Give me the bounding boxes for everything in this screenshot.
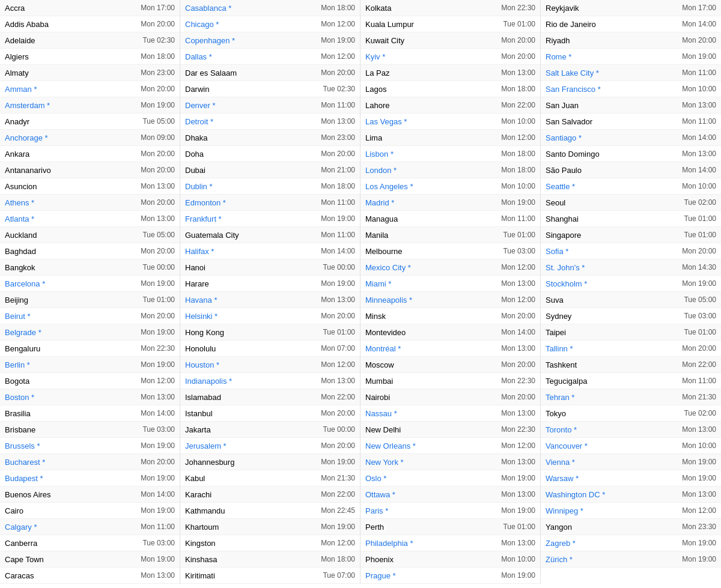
city-name[interactable]: London * bbox=[365, 166, 397, 175]
city-name[interactable]: Tallinn * bbox=[546, 344, 573, 353]
city-name[interactable]: New Orleans * bbox=[365, 441, 416, 450]
city-time: Mon 12:00 bbox=[321, 360, 355, 369]
city-name[interactable]: Houston * bbox=[185, 360, 219, 369]
city-name[interactable]: Jerusalem * bbox=[185, 441, 227, 450]
city-name[interactable]: Berlin * bbox=[5, 360, 30, 369]
city-name[interactable]: Washington DC * bbox=[546, 490, 605, 499]
city-name[interactable]: Budapest * bbox=[5, 474, 43, 483]
table-row: BeijingTue 01:00 bbox=[0, 292, 180, 308]
city-name[interactable]: Halifax * bbox=[185, 247, 214, 256]
city-name: Singapore bbox=[546, 231, 581, 240]
table-row: St. John's *Mon 14:30 bbox=[541, 259, 721, 276]
city-time: Mon 19:00 bbox=[682, 539, 716, 547]
city-name[interactable]: Stockholm * bbox=[546, 279, 587, 288]
city-name[interactable]: Amsterdam * bbox=[5, 101, 50, 110]
city-time: Mon 19:00 bbox=[682, 52, 716, 61]
city-name[interactable]: Montréal * bbox=[365, 344, 401, 353]
city-name[interactable]: Prague * bbox=[365, 571, 396, 580]
city-name[interactable]: Santiago * bbox=[546, 133, 582, 142]
city-name[interactable]: Minneapolis * bbox=[365, 296, 412, 305]
table-row: KiritimatiTue 07:00 bbox=[180, 568, 360, 584]
city-name: Perth bbox=[365, 523, 384, 532]
city-name[interactable]: Anchorage * bbox=[5, 133, 48, 142]
city-name[interactable]: Boston * bbox=[5, 393, 34, 402]
city-name[interactable]: San Francisco * bbox=[546, 85, 601, 94]
city-name[interactable]: Vancouver * bbox=[546, 441, 588, 450]
city-name[interactable]: Winnipeg * bbox=[546, 506, 583, 515]
city-name[interactable]: Miami * bbox=[365, 279, 391, 288]
city-name[interactable]: Rome * bbox=[546, 52, 571, 61]
table-row: Hong KongTue 01:00 bbox=[180, 324, 360, 341]
city-name[interactable]: Lisbon * bbox=[365, 150, 394, 159]
city-name[interactable]: Nassau * bbox=[365, 409, 397, 418]
city-name[interactable]: Toronto * bbox=[546, 425, 577, 434]
city-name[interactable]: Barcelona * bbox=[5, 279, 45, 288]
city-name: Lima bbox=[365, 133, 382, 142]
table-row: La PazMon 13:00 bbox=[360, 65, 540, 81]
city-name[interactable]: Athens * bbox=[5, 198, 34, 207]
city-name[interactable]: Dallas * bbox=[185, 52, 212, 61]
city-name[interactable]: Ottawa * bbox=[365, 490, 395, 499]
column-3: KolkataMon 22:30Kuala LumpurTue 01:00Kuw… bbox=[360, 0, 541, 584]
city-name[interactable]: Edmonton * bbox=[185, 198, 226, 207]
city-name: Asuncion bbox=[5, 182, 37, 191]
city-time: Mon 12:00 bbox=[501, 263, 535, 271]
city-time: Mon 19:00 bbox=[501, 506, 535, 515]
city-name[interactable]: Las Vegas * bbox=[365, 117, 407, 126]
city-name[interactable]: Seattle * bbox=[546, 182, 575, 191]
city-name[interactable]: Dublin * bbox=[185, 182, 213, 191]
city-name[interactable]: Madrid * bbox=[365, 198, 394, 207]
city-name[interactable]: Mexico City * bbox=[365, 263, 411, 272]
table-row: Guatemala CityMon 11:00 bbox=[180, 227, 360, 243]
city-name[interactable]: Casablanca * bbox=[185, 4, 231, 13]
city-name[interactable]: Oslo * bbox=[365, 474, 386, 483]
city-name[interactable]: Bucharest * bbox=[5, 458, 45, 467]
city-name[interactable]: Calgary * bbox=[5, 523, 37, 532]
city-name[interactable]: Paris * bbox=[365, 506, 388, 515]
city-time: Tue 01:00 bbox=[503, 231, 535, 239]
table-row: Santiago *Mon 14:00 bbox=[541, 130, 721, 146]
city-name[interactable]: Brussels * bbox=[5, 441, 40, 450]
city-time: Mon 19:00 bbox=[501, 571, 535, 580]
city-name: Adelaide bbox=[5, 36, 35, 45]
city-name: Kathmandu bbox=[185, 506, 225, 515]
city-time: Mon 13:00 bbox=[321, 377, 355, 385]
city-name[interactable]: Copenhagen * bbox=[185, 36, 235, 45]
city-name[interactable]: Atlanta * bbox=[5, 214, 34, 223]
table-row: Indianapolis *Mon 13:00 bbox=[180, 373, 360, 389]
city-name[interactable]: Zagreb * bbox=[546, 539, 576, 548]
city-name[interactable]: Detroit * bbox=[185, 117, 213, 126]
world-clock-grid: AccraMon 17:00Addis AbabaMon 20:00Adelai… bbox=[0, 0, 721, 584]
city-name[interactable]: Vienna * bbox=[546, 458, 575, 467]
city-name[interactable]: Frankfurt * bbox=[185, 214, 222, 223]
city-name[interactable]: Chicago * bbox=[185, 20, 219, 29]
city-time: Mon 13:00 bbox=[321, 296, 355, 304]
city-name[interactable]: St. John's * bbox=[546, 263, 585, 272]
city-name[interactable]: Kyiv * bbox=[365, 52, 385, 61]
city-name[interactable]: New York * bbox=[365, 458, 404, 467]
table-row: Philadelphia *Mon 13:00 bbox=[360, 535, 540, 551]
city-time: Mon 12:00 bbox=[501, 441, 535, 450]
city-time: Mon 09:00 bbox=[141, 133, 175, 142]
city-name[interactable]: Belgrade * bbox=[5, 328, 41, 337]
table-row: SingaporeTue 01:00 bbox=[541, 227, 721, 243]
table-row: Chicago *Mon 12:00 bbox=[180, 16, 360, 32]
table-row: Dallas *Mon 12:00 bbox=[180, 49, 360, 65]
city-name[interactable]: Los Angeles * bbox=[365, 182, 413, 191]
city-name[interactable]: Indianapolis * bbox=[185, 377, 232, 386]
table-row: HarareMon 19:00 bbox=[180, 276, 360, 292]
city-name[interactable]: Philadelphia * bbox=[365, 539, 413, 548]
city-name[interactable]: Havana * bbox=[185, 296, 217, 305]
city-name[interactable]: Tehran * bbox=[546, 393, 574, 402]
city-name[interactable]: Denver * bbox=[185, 101, 216, 110]
city-name[interactable]: Sofia * bbox=[546, 247, 568, 256]
city-name[interactable]: Amman * bbox=[5, 85, 37, 94]
city-name[interactable]: Beirut * bbox=[5, 312, 31, 321]
city-name[interactable]: Zürich * bbox=[546, 555, 573, 564]
city-time: Mon 20:00 bbox=[682, 36, 716, 44]
city-name[interactable]: Helsinki * bbox=[185, 312, 218, 321]
table-row: Toronto *Mon 13:00 bbox=[541, 422, 721, 438]
city-name[interactable]: Warsaw * bbox=[546, 474, 579, 483]
city-name[interactable]: Salt Lake City * bbox=[546, 68, 599, 77]
table-row: IslamabadMon 22:00 bbox=[180, 389, 360, 405]
